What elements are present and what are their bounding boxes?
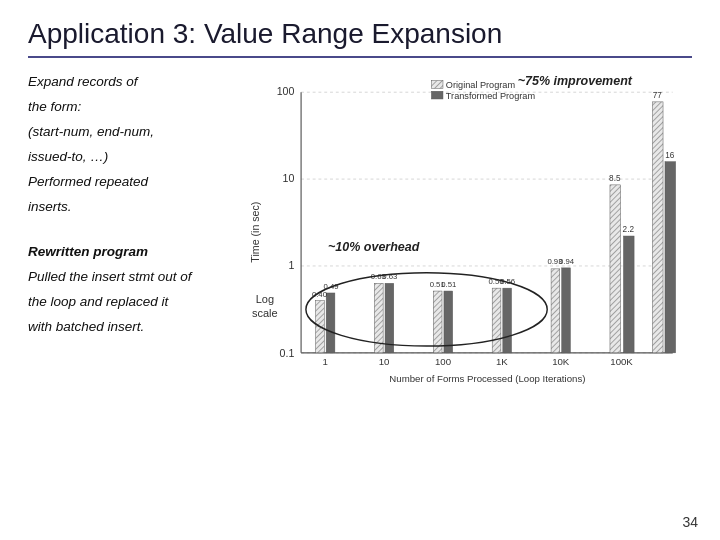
svg-rect-43: [665, 162, 676, 353]
text-line9: the loop and replaced it: [28, 292, 238, 313]
svg-text:0.51: 0.51: [441, 280, 456, 289]
chart-area: ~75% improvement ~10% overhead Logscale: [248, 72, 692, 406]
svg-text:16: 16: [665, 151, 675, 160]
text-line10: with batched insert.: [28, 317, 238, 338]
svg-text:77: 77: [653, 91, 663, 100]
svg-text:Number of Forms Processed (Loo: Number of Forms Processed (Loop Iteratio…: [389, 373, 585, 384]
svg-text:2.2: 2.2: [623, 225, 635, 234]
left-text-panel: Expand records of the form: (start-num, …: [28, 72, 238, 406]
svg-rect-27: [492, 288, 501, 353]
text-line3: (start-num, end-num,: [28, 122, 238, 143]
svg-text:1: 1: [323, 356, 328, 367]
svg-rect-13: [326, 293, 335, 353]
text-rewritten: Rewritten program: [28, 242, 238, 263]
svg-text:0.40: 0.40: [312, 290, 327, 299]
text-line1: Expand records of: [28, 72, 238, 93]
text-line2: the form:: [28, 97, 238, 118]
svg-text:Time (in sec): Time (in sec): [249, 202, 261, 263]
text-line6: inserts.: [28, 197, 238, 218]
svg-text:100: 100: [435, 356, 451, 367]
svg-rect-49: [431, 91, 443, 99]
svg-text:Original Program: Original Program: [446, 80, 516, 90]
text-line5: Performed repeated: [28, 172, 238, 193]
svg-text:100: 100: [277, 85, 295, 97]
svg-rect-18: [385, 283, 394, 352]
improvement-label: ~75% improvement: [518, 74, 632, 88]
svg-text:1: 1: [288, 259, 294, 271]
bar-chart: 100 10 1 0.1 Time (in sec): [248, 72, 692, 402]
svg-rect-38: [623, 236, 634, 353]
svg-rect-23: [444, 291, 453, 353]
overhead-label: ~10% overhead: [328, 240, 419, 254]
svg-rect-42: [652, 102, 663, 353]
svg-rect-32: [551, 269, 560, 353]
page-number: 34: [682, 514, 698, 530]
slide-title: Application 3: Value Range Expansion: [28, 18, 692, 58]
log-scale-label: Logscale: [252, 292, 278, 321]
svg-text:8.5: 8.5: [609, 174, 621, 183]
svg-text:10K: 10K: [552, 356, 570, 367]
svg-text:10: 10: [379, 356, 390, 367]
svg-text:100K: 100K: [610, 356, 633, 367]
text-line4: issued-to, …): [28, 147, 238, 168]
svg-rect-33: [562, 268, 571, 353]
svg-rect-28: [503, 288, 512, 353]
svg-rect-22: [433, 291, 442, 353]
svg-text:1K: 1K: [496, 356, 508, 367]
svg-text:0.1: 0.1: [280, 347, 295, 359]
svg-rect-47: [431, 81, 443, 89]
text-line8: Pulled the insert stmt out of: [28, 267, 238, 288]
slide: Application 3: Value Range Expansion Exp…: [0, 0, 720, 540]
content-area: Expand records of the form: (start-num, …: [28, 72, 692, 406]
svg-text:Transformed Program: Transformed Program: [446, 91, 536, 101]
svg-text:10: 10: [283, 172, 295, 184]
svg-rect-37: [610, 185, 621, 353]
svg-text:0.94: 0.94: [559, 257, 575, 266]
